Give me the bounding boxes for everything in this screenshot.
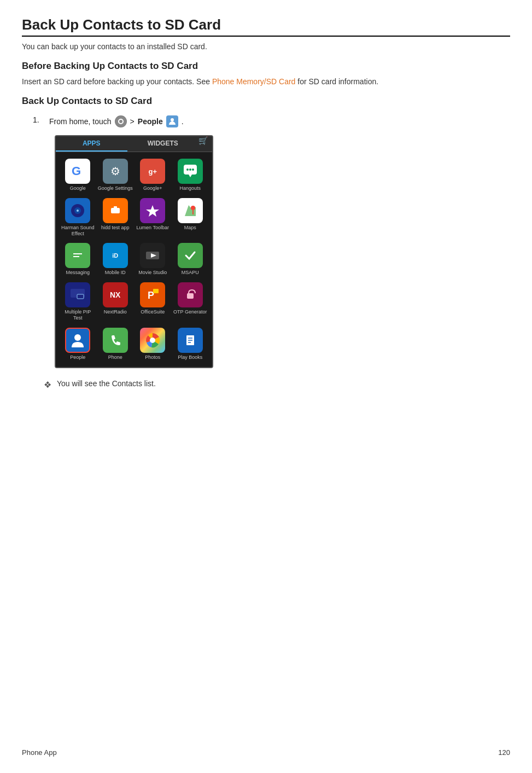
svg-point-35 (150, 338, 155, 343)
app-cell[interactable]: GGoogle (59, 155, 97, 195)
svg-rect-23 (182, 247, 198, 264)
app-cell[interactable]: NXNextRadio (97, 279, 135, 324)
people-label: People (138, 117, 163, 126)
app-label: Messaging (66, 270, 90, 276)
svg-text:G: G (72, 164, 81, 178)
store-icon: 🛒 (198, 136, 212, 152)
app-cell[interactable]: Phone (97, 324, 135, 364)
app-label: Photos (145, 354, 160, 361)
svg-point-8 (77, 210, 79, 212)
svg-rect-34 (107, 332, 124, 348)
tab-bar: APPS WIDGETS 🛒 (56, 136, 212, 152)
svg-point-15 (191, 206, 195, 210)
app-cell[interactable]: Lumen Toolbar (134, 195, 172, 240)
app-label: Multiple PIP Test (60, 309, 96, 321)
svg-point-0 (171, 118, 174, 121)
before-section-title: Before Backing Up Contacts to SD Card (22, 61, 510, 72)
bullet-section: ❖ You will see the Contacts list. (44, 379, 510, 390)
app-icon (140, 328, 165, 353)
app-cell[interactable]: Movie Studio (134, 240, 172, 279)
svg-rect-32 (187, 293, 194, 299)
app-cell[interactable]: POfficeSuite (134, 279, 172, 324)
app-cell[interactable]: hidd test app (97, 195, 135, 240)
intro-text: You can back up your contacts to an inst… (22, 42, 510, 51)
svg-rect-17 (71, 250, 85, 260)
app-icon (65, 328, 90, 353)
app-label: Maps (184, 225, 196, 231)
bullet-text: You will see the Contacts list. (57, 379, 156, 388)
svg-text:NX: NX (110, 290, 121, 299)
backup-section-title: Back Up Contacts to SD Card (22, 96, 510, 107)
apps-grid: GGoogle⚙Google Settingsg+Google+Hangouts… (56, 152, 212, 367)
people-app-icon (166, 115, 178, 127)
bullet-diamond-icon: ❖ (44, 380, 51, 390)
app-cell[interactable]: Multiple PIP Test (59, 279, 97, 324)
app-label: Lumen Toolbar (137, 225, 169, 231)
app-cell[interactable]: Messaging (59, 240, 97, 279)
app-label: People (70, 354, 85, 361)
app-icon (103, 328, 128, 353)
app-cell[interactable]: Hangouts (172, 155, 209, 195)
svg-point-3 (186, 168, 189, 171)
app-icon (140, 243, 165, 268)
tab-apps[interactable]: APPS (56, 136, 127, 152)
page-title: Back Up Contacts to SD Card (22, 16, 510, 37)
app-icon (65, 243, 90, 268)
app-icon (178, 282, 203, 307)
tab-widgets[interactable]: WIDGETS (127, 136, 199, 152)
svg-point-5 (192, 168, 194, 171)
app-label: NextRadio (104, 309, 127, 315)
people-icon-svg (168, 117, 177, 126)
app-cell[interactable]: Photos (134, 324, 172, 364)
app-icon: NX (103, 282, 128, 307)
app-cell[interactable]: Maps (172, 195, 209, 240)
svg-rect-11 (114, 206, 117, 208)
app-cell[interactable]: ⚙Google Settings (97, 155, 135, 195)
app-cell[interactable]: Play Books (172, 324, 209, 364)
footer-left: Phone App (22, 748, 57, 757)
app-label: hidd test app (101, 225, 130, 231)
footer-right: 120 (498, 748, 510, 757)
app-icon (103, 198, 128, 223)
app-icon (140, 198, 165, 223)
footer: Phone App 120 (22, 748, 510, 757)
app-label: Google (70, 185, 86, 191)
app-cell[interactable]: MSAPU (172, 240, 209, 279)
app-icon: g+ (140, 159, 165, 184)
app-icon: iD (103, 243, 128, 268)
app-label: MSAPU (182, 270, 199, 276)
phone-memory-link[interactable]: Phone Memory/SD Card (212, 77, 296, 86)
svg-rect-10 (111, 208, 120, 213)
app-label: Play Books (178, 354, 202, 361)
app-cell[interactable]: g+Google+ (134, 155, 172, 195)
app-icon (178, 328, 203, 353)
home-icon (115, 115, 127, 127)
phone-screenshot: APPS WIDGETS 🛒 GGoogle⚙Google Settingsg+… (55, 135, 213, 368)
app-icon (178, 243, 203, 268)
app-label: Hangouts (179, 185, 201, 191)
app-label: OfficeSuite (141, 309, 165, 315)
step-number: 1. (33, 115, 44, 124)
app-label: Mobile ID (105, 270, 126, 276)
svg-rect-25 (77, 294, 84, 299)
app-label: OTP Generator (173, 309, 207, 315)
app-label: Phone (108, 354, 122, 361)
app-label: Google Settings (98, 185, 133, 191)
app-cell[interactable]: iDMobile ID (97, 240, 135, 279)
svg-point-33 (74, 334, 81, 341)
app-label: Movie Studio (138, 270, 167, 276)
app-icon (65, 282, 90, 307)
app-label: Google+ (143, 185, 162, 191)
app-cell[interactable]: OTP Generator (172, 279, 209, 324)
app-cell[interactable]: People (59, 324, 97, 364)
app-icon (178, 159, 203, 184)
app-icon: G (65, 159, 90, 184)
app-icon: P (140, 282, 165, 307)
app-label: Harman Sound Effect (60, 225, 96, 237)
svg-point-4 (189, 168, 191, 171)
app-icon: ⚙ (103, 159, 128, 184)
app-cell[interactable]: Harman Sound Effect (59, 195, 97, 240)
app-icon (178, 198, 203, 223)
step-1: 1. From home, touch > People . (33, 115, 510, 127)
step-text: From home, touch > People . (49, 115, 184, 127)
